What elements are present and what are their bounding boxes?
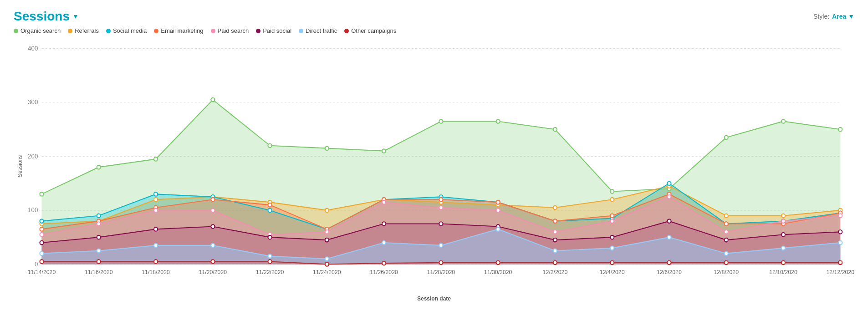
- svg-point-42: [553, 127, 557, 132]
- svg-point-148: [610, 261, 614, 265]
- legend-label-organic: Organic search: [20, 27, 61, 34]
- svg-point-137: [838, 241, 842, 245]
- svg-point-99: [382, 200, 386, 204]
- svg-point-105: [725, 230, 728, 234]
- svg-point-141: [211, 260, 214, 264]
- svg-text:11/28/2020: 11/28/2020: [427, 269, 455, 275]
- svg-point-43: [610, 189, 614, 193]
- svg-point-140: [154, 260, 158, 264]
- svg-text:12/8/2020: 12/8/2020: [714, 269, 739, 275]
- svg-point-149: [667, 261, 671, 265]
- legend-dot-referrals: [68, 29, 72, 33]
- svg-point-132: [553, 249, 557, 253]
- svg-point-117: [553, 238, 557, 242]
- svg-point-64: [97, 214, 101, 218]
- svg-text:100: 100: [28, 207, 38, 214]
- svg-point-78: [40, 227, 43, 231]
- chart-title[interactable]: Sessions: [14, 9, 70, 24]
- svg-point-60: [725, 214, 728, 218]
- svg-point-87: [553, 219, 557, 223]
- x-axis-label: Session date: [14, 295, 854, 302]
- svg-point-151: [781, 261, 785, 265]
- legend-dot-email: [154, 29, 158, 33]
- legend-item-direct[interactable]: Direct traffic: [299, 27, 337, 34]
- svg-point-93: [40, 233, 43, 237]
- chart-container: Sessions ▼ Style: Area ▼ Organic searchR…: [0, 0, 868, 336]
- svg-point-38: [325, 146, 329, 150]
- svg-point-39: [382, 149, 386, 153]
- svg-point-133: [610, 246, 614, 250]
- svg-point-82: [268, 203, 271, 207]
- legend-item-referrals[interactable]: Referrals: [68, 27, 99, 34]
- legend-label-paid-search: Paid search: [218, 27, 249, 34]
- svg-point-46: [781, 119, 785, 123]
- svg-point-104: [667, 195, 671, 199]
- main-chart-svg: 010020030040011/14/202011/16/202011/18/2…: [14, 39, 854, 294]
- style-selector: Style: Area ▼: [813, 13, 854, 20]
- svg-point-145: [439, 261, 443, 265]
- svg-text:12/4/2020: 12/4/2020: [600, 269, 625, 275]
- svg-point-41: [496, 119, 500, 123]
- svg-point-67: [268, 209, 271, 213]
- title-dropdown-icon[interactable]: ▼: [72, 13, 79, 20]
- title-area: Sessions ▼: [14, 9, 79, 24]
- svg-point-37: [268, 143, 271, 148]
- svg-point-144: [382, 261, 386, 265]
- legend-dot-direct: [299, 29, 303, 33]
- svg-text:12/10/2020: 12/10/2020: [769, 269, 797, 275]
- legend-label-paid-social: Paid social: [263, 27, 291, 34]
- svg-point-63: [40, 219, 43, 223]
- svg-text:200: 200: [28, 153, 38, 159]
- legend-label-email: Email marketing: [161, 27, 203, 34]
- legend-item-paid-social[interactable]: Paid social: [256, 27, 291, 34]
- svg-point-112: [268, 235, 271, 239]
- svg-point-90: [725, 222, 728, 226]
- svg-point-134: [667, 235, 671, 239]
- svg-point-131: [496, 227, 500, 231]
- svg-text:11/26/2020: 11/26/2020: [370, 269, 398, 275]
- svg-point-124: [97, 249, 101, 253]
- svg-point-114: [382, 222, 386, 226]
- svg-point-106: [781, 219, 785, 223]
- svg-point-53: [325, 209, 329, 213]
- svg-point-107: [838, 214, 842, 218]
- legend-dot-social: [106, 29, 111, 33]
- svg-text:11/24/2020: 11/24/2020: [313, 269, 341, 275]
- svg-point-95: [154, 209, 158, 213]
- svg-text:11/20/2020: 11/20/2020: [199, 269, 227, 275]
- svg-text:12/6/2020: 12/6/2020: [657, 269, 682, 275]
- svg-point-152: [838, 261, 842, 265]
- legend-dot-paid-social: [256, 29, 260, 33]
- style-value[interactable]: Area ▼: [832, 13, 854, 20]
- svg-point-61: [781, 214, 785, 218]
- svg-point-130: [439, 244, 443, 248]
- svg-text:12/2/2020: 12/2/2020: [543, 269, 568, 275]
- legend-item-email[interactable]: Email marketing: [154, 27, 203, 34]
- svg-point-88: [610, 214, 614, 218]
- svg-point-113: [325, 238, 329, 242]
- svg-point-108: [40, 241, 43, 245]
- svg-point-126: [211, 244, 214, 248]
- svg-point-86: [496, 200, 500, 204]
- svg-point-65: [154, 192, 158, 196]
- svg-point-129: [382, 241, 386, 245]
- legend-dot-other: [344, 29, 349, 33]
- svg-point-110: [154, 227, 158, 231]
- legend-dot-paid-search: [211, 29, 215, 33]
- legend-item-organic[interactable]: Organic search: [14, 27, 61, 34]
- svg-text:300: 300: [28, 99, 38, 106]
- svg-point-128: [325, 257, 329, 261]
- legend-item-paid-search[interactable]: Paid search: [211, 27, 249, 34]
- legend-item-other[interactable]: Other campaigns: [344, 27, 396, 34]
- header-row: Sessions ▼ Style: Area ▼: [14, 9, 854, 24]
- svg-point-127: [268, 254, 271, 258]
- svg-point-96: [211, 209, 214, 213]
- svg-point-142: [268, 260, 271, 264]
- legend-label-referrals: Referrals: [75, 27, 99, 34]
- y-axis-label: Sessions: [17, 155, 23, 178]
- svg-text:11/22/2020: 11/22/2020: [256, 269, 284, 275]
- legend-item-social[interactable]: Social media: [106, 27, 147, 34]
- svg-point-115: [439, 222, 443, 226]
- svg-text:11/16/2020: 11/16/2020: [85, 269, 113, 275]
- svg-point-109: [97, 235, 101, 239]
